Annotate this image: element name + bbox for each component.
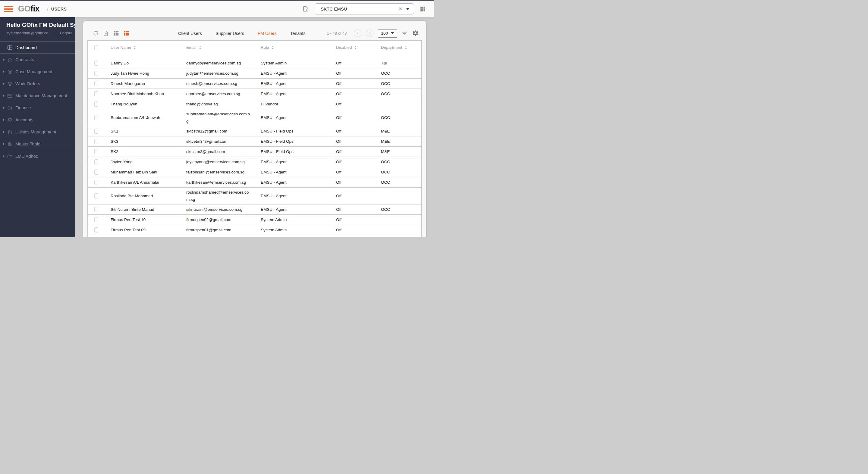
table-row[interactable]: Subbramaniam A/L Jeewahsubbramaniam@emse… [88, 109, 421, 126]
row-checkbox[interactable] [94, 217, 98, 222]
cell-name: Thang Nguyen [104, 101, 183, 107]
column-header-user-name[interactable]: User Name [104, 45, 183, 50]
row-checkbox[interactable] [94, 71, 98, 76]
table-row[interactable]: Noorbee Binti Mahabob Khannoorbee@emserv… [88, 89, 421, 99]
table-row[interactable]: Jaylen Yongjaylenyong@emservices.com.sgE… [88, 157, 421, 167]
row-checkbox[interactable] [94, 91, 98, 96]
org-selector-dropdown[interactable]: SKTC EMSU ✕ [315, 3, 414, 14]
sort-icon[interactable] [133, 46, 136, 49]
expand-caret-icon [3, 155, 7, 158]
column-header-department[interactable]: Department [378, 45, 421, 50]
column-header-disabled[interactable]: Disabled [330, 45, 378, 50]
next-page-button[interactable] [366, 30, 373, 37]
cell-department: OCC [378, 170, 421, 175]
table-row[interactable]: SK3sktcetm34@gmail.comEMSU - Field OpsOf… [88, 136, 421, 147]
column-header-email[interactable]: Email [183, 45, 258, 50]
apps-grid-icon[interactable] [420, 6, 426, 12]
sidebar-item-contracts[interactable]: Contracts [0, 54, 75, 66]
cell-role: EMSU - Agent [258, 159, 330, 164]
row-checkbox[interactable] [94, 129, 98, 134]
cell-disabled: Off [330, 115, 378, 120]
document-export-icon[interactable] [302, 5, 309, 13]
page-size-select[interactable]: 100 [378, 29, 397, 38]
app-logo[interactable]: GOfix [18, 4, 39, 13]
sidebar-item-maintenance-management[interactable]: Maintenance Management [0, 90, 75, 102]
column-header-label: User Name [111, 45, 131, 50]
row-checkbox-cell [88, 170, 104, 175]
sidebar-item-master-table[interactable]: Master Table [0, 138, 75, 150]
hamburger-menu-icon[interactable] [4, 6, 13, 12]
tab-supplier-users[interactable]: Supplier Users [216, 31, 244, 36]
table-row[interactable]: Roslinda Bte Mohamedroslindamohamed@emse… [88, 188, 421, 204]
select-all-checkbox[interactable] [94, 45, 98, 50]
cell-name: Dinesh Manogaran [104, 81, 183, 86]
folder-icon [7, 93, 16, 99]
cell-role: EMSU - Agent [258, 91, 330, 96]
cell-name: Muhammad Faiz Bin Sani [104, 170, 183, 175]
grid-view-icon[interactable] [113, 30, 119, 36]
row-checkbox[interactable] [94, 227, 98, 233]
table-row[interactable]: Danny Dodannydo@emservices.com.sgSystem … [88, 58, 421, 68]
table-row[interactable]: SK2sktcstm2@gmail.comEMSU - Field OpsOff… [88, 147, 421, 157]
table-row[interactable]: Firmus Pen Test 09firmuspen01@gmail.comS… [88, 225, 421, 235]
sort-icon[interactable] [272, 46, 274, 49]
row-checkbox[interactable] [94, 159, 98, 164]
sort-icon[interactable] [354, 46, 357, 49]
sidebar-item-work-orders[interactable]: Work Orders [0, 78, 75, 90]
table-row[interactable]: Siti Nuraini Binte Mahadsitinuraini@emse… [88, 204, 421, 215]
sidebar-item-dashboard[interactable]: Dashboard [0, 41, 75, 54]
cell-email: firmuspen02@gmail.com [183, 216, 258, 224]
user-type-tabs: Client UsersSupplier UsersFM UsersTenant… [130, 31, 327, 36]
cell-disabled: Off [330, 193, 378, 198]
row-checkbox[interactable] [94, 170, 98, 175]
table-row[interactable]: Thang Nguyenthang@vinova.sgIT VendorOff [88, 99, 421, 109]
table-row[interactable]: SK1sktcstm12@gmail.comEMSU - Field OpsOf… [88, 126, 421, 136]
cell-email: sktcetm34@gmail.com [183, 138, 258, 145]
row-checkbox[interactable] [94, 149, 98, 154]
cell-email: jaylenyong@emservices.com.sg [183, 159, 258, 166]
cell-name: Subbramaniam A/L Jeewah [104, 115, 183, 120]
sidebar-item-finance[interactable]: $Finance [0, 102, 75, 114]
table-row[interactable]: Muhammad Faiz Bin Sanifaizbinsani@emserv… [88, 167, 421, 177]
row-checkbox[interactable] [94, 180, 98, 185]
row-checkbox[interactable] [94, 115, 98, 120]
row-checkbox[interactable] [94, 101, 98, 107]
sidebar-item-utilities-management[interactable]: Utilities Management [0, 126, 75, 138]
sort-icon[interactable] [405, 46, 407, 49]
sidebar-item-accounts[interactable]: Accounts [0, 114, 75, 126]
svg-text:$: $ [9, 106, 10, 109]
table-row[interactable]: Karthikesan A/L Annamalaikarthikesan@ems… [88, 177, 421, 188]
cell-role: System Admin [258, 217, 330, 222]
row-checkbox[interactable] [94, 193, 98, 198]
row-checkbox[interactable] [94, 81, 98, 86]
top-header: GOfix / USERS SKTC EMSU ✕ [0, 1, 434, 17]
sidebar-item-lmu-adhoc[interactable]: LMU Adhoc [0, 150, 75, 162]
prev-page-button[interactable] [354, 30, 361, 37]
row-checkbox[interactable] [94, 61, 98, 66]
tab-client-users[interactable]: Client Users [178, 31, 202, 36]
sort-icon[interactable] [199, 46, 201, 49]
filter-icon[interactable] [401, 30, 407, 36]
table-row[interactable]: Dinesh Manogarandinesh@emservices.com.sg… [88, 78, 421, 89]
cell-role: EMSU - Field Ops [258, 149, 330, 154]
table-row[interactable]: Judy Tan Hwee Hongjudytan@emservices.com… [88, 68, 421, 78]
list-view-icon[interactable] [123, 30, 130, 36]
main-content: Client UsersSupplier UsersFM UsersTenant… [75, 17, 434, 237]
row-checkbox[interactable] [94, 139, 98, 144]
row-checkbox-cell [88, 193, 104, 198]
settings-gear-icon[interactable] [412, 30, 419, 37]
column-header-role[interactable]: Role [258, 45, 330, 50]
sidebar-item-case-management[interactable]: Case Management [0, 66, 75, 78]
tab-tenants[interactable]: Tenants [290, 31, 306, 36]
tab-fm-users[interactable]: FM Users [258, 31, 277, 36]
cell-name: Noorbee Binti Mahabob Khan [104, 91, 183, 96]
dropdown-caret-icon[interactable] [406, 8, 410, 10]
cell-department: OCC [378, 207, 421, 212]
table-row[interactable]: Firmus Pen Test 10firmuspen02@gmail.comS… [88, 215, 421, 225]
row-checkbox[interactable] [94, 207, 98, 212]
refresh-icon[interactable] [93, 30, 99, 36]
cell-role: EMSU - Agent [258, 170, 330, 175]
logout-button[interactable]: Logout [60, 31, 72, 35]
clear-selection-icon[interactable]: ✕ [398, 6, 402, 12]
add-record-icon[interactable] [103, 30, 109, 36]
